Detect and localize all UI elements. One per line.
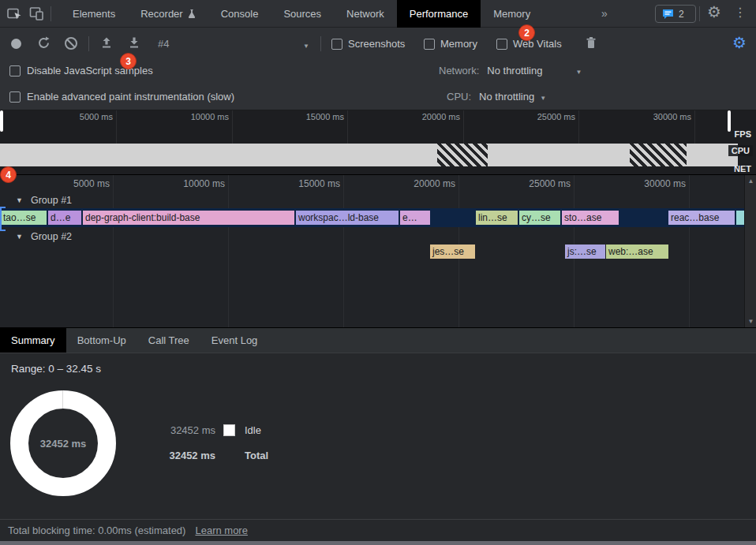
toolbar-checkbox-memory[interactable]: Memory — [424, 38, 477, 50]
group-header-2[interactable]: Group #2 — [16, 231, 72, 242]
capture-settings-gear-icon[interactable] — [732, 33, 747, 52]
overview-gridline — [232, 110, 233, 144]
toolbar-checkbox-screenshots[interactable]: Screenshots — [331, 38, 405, 50]
history-caret-icon[interactable] — [303, 39, 309, 50]
timeline-tick-label: 30000 ms — [623, 178, 686, 189]
tab-elements[interactable]: Elements — [60, 0, 128, 28]
window-bottom-edge — [0, 541, 756, 545]
timeline-bar[interactable] — [736, 211, 744, 225]
overview-gridline — [463, 110, 464, 144]
tab-network[interactable]: Network — [334, 0, 397, 28]
overview-gridline — [578, 110, 579, 144]
timeline-tick-label: 20000 ms — [392, 178, 455, 189]
legend-value: 32452 ms — [140, 450, 215, 461]
timeline-tick-label: 25000 ms — [507, 178, 571, 189]
timeline-overview[interactable]: 5000 ms10000 ms15000 ms20000 ms25000 ms3… — [0, 110, 756, 175]
legend-label: Total — [245, 450, 268, 461]
devtools-tabbar: ElementsRecorderConsoleSourcesNetworkPer… — [0, 0, 756, 28]
checkbox-box[interactable] — [424, 39, 435, 50]
divider — [51, 6, 51, 21]
reload-and-record-icon[interactable] — [37, 36, 50, 50]
annotation-badge-2: 2 — [518, 24, 535, 41]
overview-left-handle[interactable] — [0, 110, 3, 132]
tab-label: Elements — [73, 1, 115, 28]
paint-instrumentation-label: Enable advanced paint instrumentation (s… — [27, 91, 234, 103]
divider — [320, 36, 321, 51]
group-header-1[interactable]: Group #1 — [16, 195, 72, 206]
tab-label: Recorder — [140, 1, 182, 28]
network-throttling-value[interactable]: No throttling — [487, 65, 542, 77]
overview-tick-label: 10000 ms — [174, 112, 229, 121]
timeline-bar[interactable]: d…e — [48, 211, 81, 225]
scroll-down-icon[interactable] — [745, 318, 756, 325]
history-select-value[interactable]: #4 — [158, 38, 169, 50]
timeline-tick-label: 5000 ms — [47, 178, 110, 189]
details-tab-call-tree[interactable]: Call Tree — [137, 328, 200, 353]
devtools-tab-strip: ElementsRecorderConsoleSourcesNetworkPer… — [60, 0, 543, 28]
timeline-bar[interactable]: lin…se — [476, 211, 518, 225]
range-label: Range: 0 – 32.45 s — [11, 363, 101, 375]
statusbar: Total blocking time: 0.00ms (estimated) … — [0, 519, 756, 541]
checkbox-box[interactable] — [496, 39, 507, 50]
timeline-tick-label: 10000 ms — [162, 178, 225, 189]
trash-icon[interactable] — [585, 36, 597, 50]
timeline-bar[interactable]: web:…ase — [606, 245, 668, 259]
checkbox-box[interactable] — [331, 39, 342, 50]
record-button[interactable] — [11, 39, 21, 49]
details-tab-bottom-up[interactable]: Bottom-Up — [66, 328, 137, 353]
overview-gridline — [347, 110, 348, 144]
overview-tick-label: 25000 ms — [520, 112, 575, 121]
timeline-bar[interactable]: cy…se — [519, 211, 560, 225]
network-caret-icon[interactable] — [575, 65, 582, 77]
timeline-bar[interactable]: js:…se — [565, 245, 605, 259]
cpu-busy-hatch — [437, 144, 488, 166]
chat-bubble-icon — [662, 9, 674, 19]
timeline-bar[interactable]: jes…se — [430, 245, 475, 259]
cpu-caret-icon[interactable] — [540, 91, 546, 103]
flame-chart[interactable]: 5000 ms10000 ms15000 ms20000 ms25000 ms3… — [0, 175, 756, 327]
timeline-bar[interactable]: workspac…ld-base — [296, 211, 399, 225]
issues-button[interactable]: 2 — [655, 5, 696, 23]
cpu-throttling-value[interactable]: No throttling — [479, 91, 534, 103]
tab-sources[interactable]: Sources — [271, 0, 334, 28]
tab-recorder[interactable]: Recorder — [128, 0, 208, 28]
tab-performance[interactable]: Performance — [397, 0, 481, 28]
device-toolbar-icon[interactable] — [28, 6, 44, 21]
timeline-scrollbar[interactable] — [744, 175, 756, 327]
learn-more-link[interactable]: Learn more — [195, 524, 247, 536]
network-throttling-control: Network: No throttling — [439, 65, 582, 77]
kebab-menu-icon[interactable] — [734, 5, 747, 20]
timeline-bar[interactable]: dep-graph-client:build-base — [83, 211, 294, 225]
total-blocking-time-text: Total blocking time: 0.00ms (estimated) — [8, 524, 185, 536]
cpu-busy-hatch — [630, 144, 687, 166]
summary-pane: Range: 0 – 32.45 s 32452 ms 32452 msIdle… — [0, 353, 756, 519]
issues-count: 2 — [679, 9, 684, 20]
legend-label: Idle — [245, 424, 261, 436]
inspect-element-icon[interactable] — [6, 6, 22, 21]
lane-label-cpu: CPU — [728, 145, 753, 156]
more-tabs-chevron[interactable]: » — [601, 0, 608, 27]
scroll-up-icon[interactable] — [745, 177, 756, 185]
save-profile-icon[interactable] — [128, 36, 140, 50]
timeline-bar[interactable]: reac…base — [668, 211, 735, 225]
settings-gear-icon[interactable] — [707, 2, 721, 21]
group-label: Group #1 — [31, 195, 72, 206]
tab-memory[interactable]: Memory — [481, 0, 543, 28]
tab-label: Sources — [283, 1, 321, 28]
disable-js-samples-checkbox[interactable] — [9, 65, 21, 77]
load-profile-icon[interactable] — [100, 36, 113, 50]
timeline-bar[interactable]: sto…ase — [562, 211, 619, 225]
network-label: Network: — [439, 65, 479, 77]
paint-instrumentation-checkbox[interactable] — [9, 91, 21, 103]
details-tabbar: SummaryBottom-UpCall TreeEvent Log — [0, 327, 756, 353]
timeline-bar[interactable]: tao…se — [1, 211, 47, 225]
timeline-bar[interactable]: e… — [400, 211, 430, 225]
clear-icon[interactable] — [65, 37, 77, 50]
tab-console[interactable]: Console — [208, 0, 271, 28]
summary-donut-chart: 32452 ms — [10, 390, 116, 496]
overview-right-handle[interactable] — [728, 110, 731, 132]
details-tab-event-log[interactable]: Event Log — [200, 328, 269, 353]
cpu-label: CPU: — [447, 91, 471, 103]
flask-icon — [188, 9, 196, 19]
details-tab-summary[interactable]: Summary — [0, 328, 66, 353]
